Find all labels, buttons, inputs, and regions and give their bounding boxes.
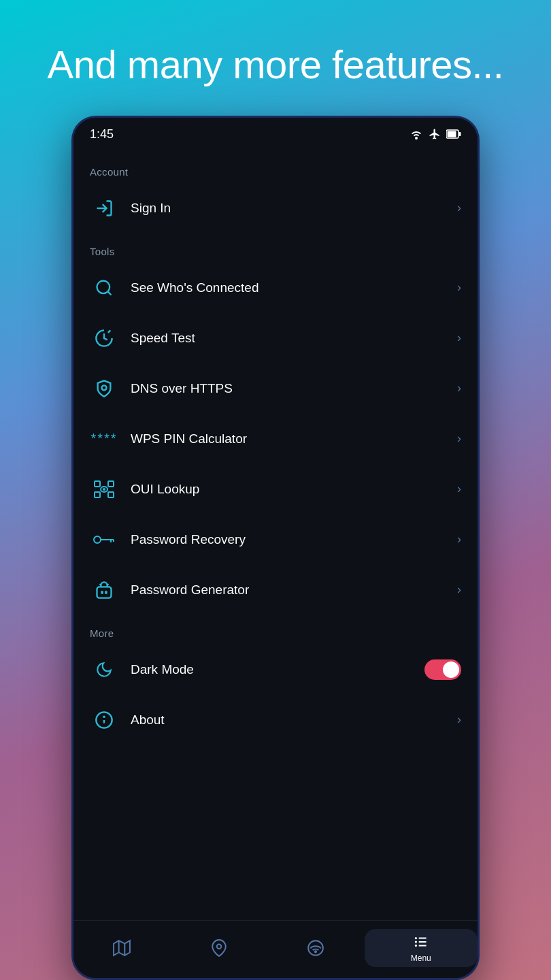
chevron-icon: ›	[457, 713, 461, 727]
section-tools: Tools	[73, 233, 478, 263]
about-label: About	[131, 713, 457, 728]
headline: And many more features...	[7, 0, 545, 116]
oui-label: OUI Lookup	[131, 482, 457, 497]
password-recovery-label: Password Recovery	[131, 532, 457, 547]
svg-point-12	[103, 488, 105, 491]
svg-rect-1	[448, 131, 456, 137]
svg-point-28	[217, 945, 222, 949]
speed-test-label: Speed Test	[131, 331, 457, 346]
wps-dots-icon: ****	[90, 425, 118, 453]
chevron-icon: ›	[457, 331, 461, 345]
phone-wrapper: 1:45 Account	[71, 116, 480, 980]
menu-item-oui[interactable]: OUI Lookup ›	[73, 464, 478, 514]
svg-rect-2	[459, 132, 461, 136]
shield-globe-icon	[90, 374, 118, 403]
chevron-icon: ›	[457, 201, 461, 215]
svg-point-13	[94, 536, 101, 543]
phone-frame: 1:45 Account	[71, 116, 480, 980]
svg-point-31	[415, 937, 417, 939]
chevron-icon: ›	[457, 431, 461, 446]
moon-icon	[90, 655, 118, 684]
svg-point-33	[415, 945, 417, 947]
password-generator-label: Password Generator	[131, 583, 457, 598]
see-connected-label: See Who's Connected	[131, 280, 457, 295]
menu-item-wps-pin[interactable]: **** WPS PIN Calculator ›	[73, 414, 478, 464]
signin-icon	[90, 194, 118, 223]
map-icon	[113, 939, 131, 957]
nav-wifi[interactable]	[267, 936, 365, 960]
svg-point-21	[107, 583, 109, 585]
wps-dots-symbol: ****	[90, 431, 117, 446]
menu-item-password-recovery[interactable]: Password Recovery ›	[73, 514, 478, 565]
wifi-icon	[410, 129, 423, 140]
dark-mode-toggle[interactable]	[424, 659, 461, 680]
svg-rect-9	[95, 492, 100, 497]
menu-item-password-generator[interactable]: Password Generator ›	[73, 565, 478, 615]
menu-item-speed-test[interactable]: Speed Test ›	[73, 313, 478, 363]
svg-rect-8	[108, 481, 114, 487]
eye-scan-icon	[90, 475, 118, 504]
chevron-icon: ›	[457, 482, 461, 496]
status-icons	[410, 128, 461, 140]
svg-point-32	[415, 941, 417, 943]
menu-item-dark-mode[interactable]: Dark Mode	[73, 644, 478, 695]
menu-list-icon	[412, 933, 430, 951]
phone-content: Account Sign In › Tools	[73, 147, 478, 920]
svg-marker-25	[114, 941, 130, 956]
dark-mode-label: Dark Mode	[131, 662, 424, 677]
svg-point-30	[315, 951, 316, 952]
svg-rect-18	[101, 591, 103, 594]
svg-point-20	[99, 583, 101, 585]
wifi-circle-icon	[307, 939, 324, 957]
chevron-icon: ›	[457, 583, 461, 597]
svg-line-5	[107, 291, 111, 295]
chevron-icon: ›	[457, 381, 461, 395]
robot-lock-icon	[90, 576, 118, 604]
svg-rect-17	[97, 587, 112, 598]
svg-point-6	[102, 385, 107, 390]
nav-location[interactable]	[171, 936, 268, 960]
chevron-icon: ›	[457, 532, 461, 546]
key-icon	[90, 525, 118, 554]
nav-map[interactable]	[73, 936, 171, 960]
battery-icon	[446, 129, 461, 139]
chevron-icon: ›	[457, 280, 461, 295]
menu-nav-label: Menu	[411, 953, 431, 963]
svg-rect-10	[108, 492, 114, 497]
svg-point-4	[97, 280, 110, 293]
section-account: Account	[73, 154, 478, 183]
menu-item-about[interactable]: About ›	[73, 695, 478, 745]
speedometer-icon	[90, 324, 118, 353]
status-bar: 1:45	[73, 118, 478, 147]
menu-item-dns[interactable]: DNS over HTTPS ›	[73, 363, 478, 414]
wps-pin-label: WPS PIN Calculator	[131, 431, 457, 446]
pin-icon	[210, 939, 228, 957]
bottom-nav: Menu	[73, 920, 478, 978]
menu-item-sign-in[interactable]: Sign In ›	[73, 183, 478, 233]
dns-label: DNS over HTTPS	[131, 381, 457, 396]
sign-in-label: Sign In	[131, 201, 457, 216]
status-time: 1:45	[90, 127, 114, 142]
nav-menu[interactable]: Menu	[365, 929, 478, 967]
section-more: More	[73, 615, 478, 644]
menu-item-see-connected[interactable]: See Who's Connected ›	[73, 263, 478, 313]
svg-rect-19	[105, 591, 107, 594]
info-circle-icon	[90, 706, 118, 734]
airplane-icon	[429, 128, 441, 140]
svg-rect-7	[95, 481, 100, 487]
search-icon	[90, 274, 118, 302]
